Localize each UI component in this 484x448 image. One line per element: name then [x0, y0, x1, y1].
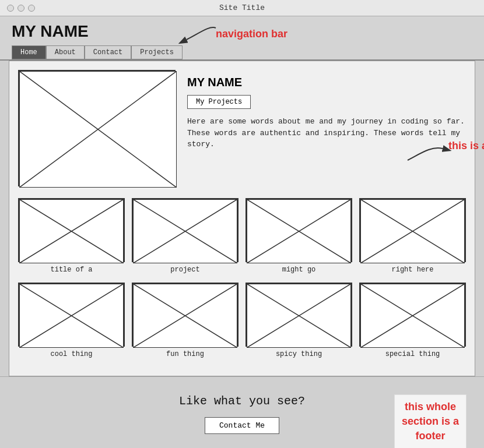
minimize-dot[interactable]	[17, 5, 24, 12]
grid-item-0: title of a	[18, 198, 125, 274]
window-title: Site Title	[219, 3, 265, 12]
hero-description: Here are some words about me and my jour…	[187, 116, 466, 150]
hero-section: MY NAME My Projects Here are some words …	[18, 70, 466, 186]
image-arrow-svg	[481, 221, 484, 251]
grid-label-4: cool thing	[50, 350, 92, 358]
title-bar: Site Title	[0, 0, 484, 16]
project-image-2	[245, 198, 352, 262]
grid-item-5: fun thing	[132, 283, 239, 358]
grid-label-3: right here	[391, 266, 433, 274]
project-image-3	[359, 198, 466, 262]
grid-item-4: cool thing	[18, 283, 125, 358]
grid-item-7: special thing	[359, 283, 466, 358]
maximize-dot[interactable]	[28, 5, 35, 12]
hero-image-svg	[19, 71, 177, 188]
grid-section-2: cool thing fun thing	[18, 283, 466, 358]
grid-label-2: might go	[282, 266, 316, 274]
hero-name: MY NAME	[187, 76, 466, 89]
grid-row-1: title of a project	[18, 198, 466, 274]
my-projects-button[interactable]: My Projects	[187, 95, 251, 109]
grid-item-3: right here	[359, 198, 466, 274]
footer-prompt: Like what you see?	[12, 394, 472, 408]
nav-home[interactable]: Home	[12, 45, 46, 59]
hero-right: MY NAME My Projects Here are some words …	[187, 70, 466, 186]
grid-label-7: special thing	[385, 350, 440, 358]
project-image-6	[245, 283, 352, 347]
nav-projects[interactable]: Projects	[131, 45, 183, 59]
window-controls	[7, 5, 35, 12]
site-name: MY NAME	[12, 22, 472, 41]
project-image-5	[132, 283, 239, 347]
grid-section-1: title of a project	[18, 198, 466, 274]
nav-about[interactable]: About	[46, 45, 85, 59]
project-image-4	[18, 283, 125, 347]
site-footer: Like what you see? Contact Me this whole…	[0, 376, 484, 448]
nav-bar: Home About Contact Projects	[12, 45, 472, 59]
grid-row-2: cool thing fun thing	[18, 283, 466, 358]
grid-item-6: spicy thing	[245, 283, 352, 358]
grid-item-1: project	[132, 198, 239, 274]
browser-window: MY NAME Home About Contact Projects nav	[0, 16, 484, 448]
project-image-1	[132, 198, 239, 262]
nav-contact[interactable]: Contact	[85, 45, 131, 59]
site-header: MY NAME Home About Contact Projects nav	[0, 16, 484, 61]
project-image-0	[18, 198, 125, 262]
contact-me-button[interactable]: Contact Me	[205, 417, 279, 434]
grid-label-1: project	[170, 266, 199, 274]
project-image-7	[359, 283, 466, 347]
hero-image	[18, 70, 176, 186]
close-dot[interactable]	[7, 5, 14, 12]
main-content: MY NAME My Projects Here are some words …	[9, 61, 475, 376]
grid-label-6: spicy thing	[276, 350, 322, 358]
grid-label-5: fun thing	[166, 350, 204, 358]
grid-item-2: might go	[245, 198, 352, 274]
grid-label-0: title of a	[50, 266, 92, 274]
